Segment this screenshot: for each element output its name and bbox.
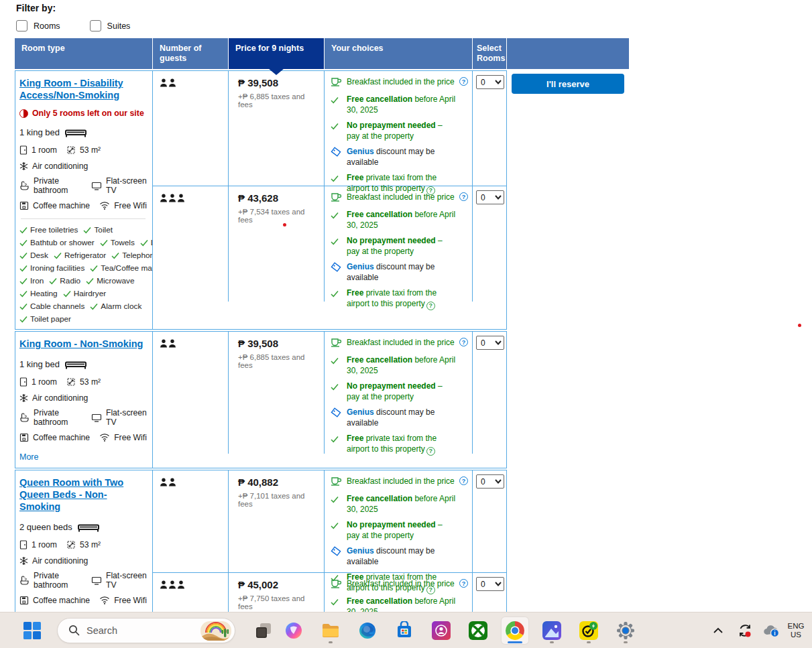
- amenity-text: Ironing facilities: [30, 263, 84, 273]
- help-icon[interactable]: ?: [426, 302, 435, 310]
- amenity-text: Heating: [30, 289, 58, 298]
- file-explorer-button[interactable]: [317, 617, 344, 644]
- help-icon[interactable]: ?: [459, 192, 468, 201]
- room-quantity-select[interactable]: 0: [476, 336, 504, 350]
- help-icon[interactable]: ?: [459, 476, 468, 485]
- choice-item: Breakfast included in the price?: [331, 192, 468, 204]
- scarcity-warning: Only 5 rooms left on our site: [19, 109, 147, 118]
- copilot-button[interactable]: [280, 617, 307, 644]
- choice-text: No prepayment needed – pay at the proper…: [347, 519, 456, 541]
- room-quantity-select[interactable]: 0: [476, 75, 504, 89]
- people-app-button[interactable]: [428, 617, 455, 644]
- price-taxes-note: +₱ 6,885 taxes and fees: [238, 92, 320, 109]
- tray-chevron-button[interactable]: [707, 617, 729, 644]
- check-icon: [19, 265, 27, 272]
- bing-daily-image[interactable]: [200, 621, 231, 641]
- photos-button[interactable]: [538, 617, 565, 644]
- check-icon: [90, 265, 98, 272]
- fact-door: 1 room: [19, 540, 57, 549]
- choice-item: No prepayment needed – pay at the proper…: [331, 519, 468, 541]
- language-indicator[interactable]: ENGUS: [782, 622, 809, 639]
- header-your-choices: Your choices: [325, 38, 473, 69]
- checkbox-rooms[interactable]: [16, 20, 27, 31]
- search-input[interactable]: Search: [57, 618, 235, 643]
- price-value: ₱ 40,882: [238, 476, 320, 488]
- size-icon: [66, 377, 76, 387]
- fact-text: Air conditioning: [32, 161, 88, 171]
- door-icon: [19, 145, 27, 155]
- person-icon: [177, 194, 185, 202]
- price-taxes-note: +₱ 7,534 taxes and fees: [238, 208, 320, 224]
- filter-options: RoomsSuites: [16, 20, 130, 31]
- check-icon: [54, 252, 62, 259]
- people-app-icon: [432, 621, 451, 640]
- room-quantity-select[interactable]: 0: [476, 474, 504, 489]
- more-link[interactable]: More: [19, 452, 38, 462]
- choice-text-segment: Breakfast included in the price: [347, 579, 455, 588]
- wifi-icon: [99, 201, 110, 210]
- room-name-link[interactable]: King Room - Disability Access/Non-Smokin…: [19, 78, 123, 101]
- task-view-button[interactable]: [250, 617, 277, 644]
- microsoft-store-button[interactable]: [391, 617, 418, 644]
- fact-text: Coffee machine: [33, 201, 90, 210]
- choice-item: Breakfast included in the price?: [331, 578, 468, 591]
- guest-count-icons: [160, 78, 224, 87]
- room-type-cell: King Room - Non-Smoking1 king bed1 room5…: [15, 332, 153, 468]
- start-button[interactable]: [19, 617, 46, 644]
- help-icon[interactable]: ?: [459, 77, 468, 86]
- help-icon[interactable]: ?: [459, 338, 468, 346]
- sync-pending-button[interactable]: [734, 617, 756, 644]
- check-icon: [331, 123, 339, 130]
- chrome-button[interactable]: [502, 617, 528, 644]
- open-app-indicator: [624, 641, 628, 643]
- fact-bath: Private bathroom: [19, 571, 82, 590]
- help-icon[interactable]: ?: [426, 447, 435, 456]
- room-quantity-select[interactable]: 0: [476, 190, 504, 204]
- size-icon: [66, 145, 76, 155]
- room-row: King Room - Non-Smoking1 king bed1 room5…: [15, 331, 507, 468]
- settings-button[interactable]: [612, 617, 639, 644]
- fact-line: Private bathroomFlat-screen TV: [19, 176, 147, 195]
- urgency-icon: [19, 109, 28, 118]
- checkbox-suites[interactable]: [90, 20, 101, 31]
- amenity-text: Radio: [60, 276, 80, 285]
- edge-button[interactable]: [354, 617, 381, 644]
- amenity-line: Cable channelsAlarm clock: [19, 302, 147, 311]
- reserve-button[interactable]: I'll reserve: [512, 74, 624, 94]
- fact-text: Flat-screen TV: [106, 408, 147, 427]
- filter-option-label: Rooms: [34, 21, 60, 31]
- size-icon: [66, 540, 76, 549]
- fact-text: Private bathroom: [34, 176, 82, 195]
- onedrive-info-button[interactable]: i: [760, 617, 782, 644]
- security-check-app-button[interactable]: [575, 617, 602, 644]
- choice-text: Free cancellation before April 30, 2025: [347, 493, 456, 515]
- amenity-text: Iron: [30, 276, 44, 285]
- choice-item: Genius discount may be available: [331, 407, 468, 428]
- check-icon: [19, 316, 27, 323]
- genius-tag-icon: [331, 407, 341, 417]
- fact-line: Coffee machineFree Wifi: [19, 432, 147, 443]
- door-icon: [19, 377, 27, 387]
- amenity-text: Microwave: [97, 276, 134, 285]
- room-quantity-select[interactable]: 0: [476, 577, 504, 591]
- fact-text: 53 m²: [80, 377, 101, 387]
- header-price-selected[interactable]: Price for 9 nights: [229, 38, 325, 69]
- room-name-link[interactable]: King Room - Non-Smoking: [19, 338, 143, 349]
- choice-text: Breakfast included in the price: [347, 476, 455, 489]
- price-value: ₱ 39,508: [238, 77, 320, 88]
- amenity-text: Bathtub or shower: [30, 238, 95, 247]
- person-icon: [160, 580, 168, 589]
- price-value: ₱ 43,628: [238, 192, 320, 204]
- door-icon: [19, 540, 27, 549]
- room-name-link[interactable]: Queen Room with Two Queen Beds - Non-Smo…: [19, 477, 123, 512]
- ac-icon: [19, 556, 28, 566]
- svg-text:i: i: [774, 630, 775, 637]
- amenity-item: Towels: [100, 238, 135, 247]
- check-icon: [331, 496, 339, 503]
- choice-text: Free cancellation before April 30, 2025: [347, 354, 456, 376]
- help-icon[interactable]: ?: [459, 579, 468, 588]
- choice-item: No prepayment needed – pay at the proper…: [331, 235, 468, 257]
- xbox-button[interactable]: [465, 617, 491, 644]
- check-icon: [86, 277, 94, 285]
- amenity-item: Alarm clock: [90, 302, 141, 311]
